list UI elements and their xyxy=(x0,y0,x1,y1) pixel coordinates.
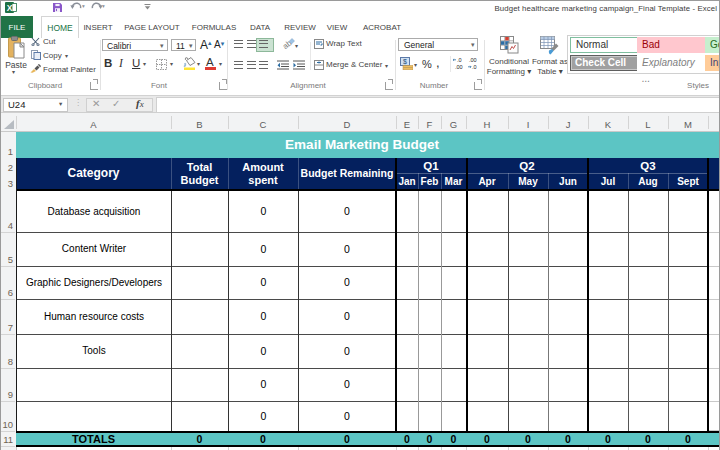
svg-text:X: X xyxy=(7,3,13,13)
svg-text:.0: .0 xyxy=(457,57,462,63)
svg-text:$: $ xyxy=(403,58,407,65)
svg-text:.0: .0 xyxy=(472,64,477,70)
svg-text:.00: .00 xyxy=(455,64,463,70)
svg-text:.00: .00 xyxy=(469,57,477,63)
